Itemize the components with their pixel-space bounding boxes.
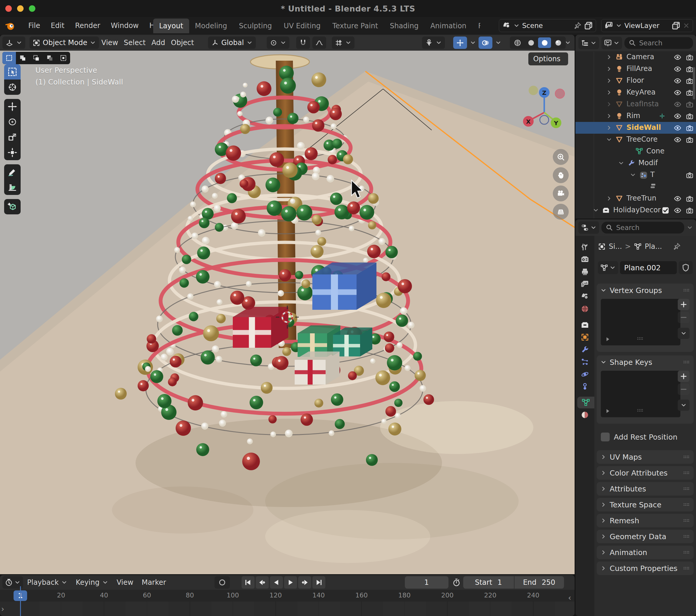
hide-viewport-eye-icon[interactable] xyxy=(674,124,682,132)
properties-tab-scene[interactable] xyxy=(575,291,594,303)
tool-move[interactable] xyxy=(4,99,21,114)
panel-geometry-data[interactable]: Geometry Data xyxy=(597,530,694,543)
proportional-falloff-button[interactable] xyxy=(312,36,326,49)
panel-grip-icon[interactable] xyxy=(682,358,690,366)
play-reverse-button[interactable] xyxy=(270,576,283,589)
properties-tab-modifiers[interactable] xyxy=(575,344,594,355)
hide-viewport-eye-icon[interactable] xyxy=(674,77,682,85)
properties-search-input[interactable]: Search xyxy=(601,222,684,233)
jump-to-start-button[interactable] xyxy=(242,576,255,589)
vertex-groups-list[interactable] xyxy=(601,299,680,345)
properties-tab-physics[interactable] xyxy=(575,368,594,380)
outliner-item-modstack[interactable] xyxy=(575,181,696,193)
outliner-item-fillarea[interactable]: FillArea xyxy=(575,63,696,75)
scene-selector[interactable]: Scene xyxy=(499,19,596,32)
shading-wireframe-button[interactable] xyxy=(511,37,524,48)
properties-tab-collection-props[interactable] xyxy=(575,319,594,331)
properties-tab-particles[interactable] xyxy=(575,356,594,368)
jump-to-end-button[interactable] xyxy=(312,576,325,589)
properties-tab-constraints[interactable] xyxy=(575,381,594,392)
properties-tab-world[interactable] xyxy=(575,303,594,315)
tool-cursor[interactable] xyxy=(4,80,21,95)
outliner-item-holidaydecor[interactable]: HolidayDecor xyxy=(575,204,696,216)
shape-key-specials-button[interactable] xyxy=(678,400,690,411)
shape-key-add-button[interactable] xyxy=(678,371,690,382)
pivot-point-button[interactable] xyxy=(267,36,289,49)
disable-render-camera-icon[interactable] xyxy=(686,124,694,132)
new-viewlayer-icon[interactable] xyxy=(671,21,680,30)
hide-viewport-eye-icon[interactable] xyxy=(674,112,682,120)
hide-viewport-eye-icon[interactable] xyxy=(674,100,682,108)
tool-transform[interactable] xyxy=(4,145,21,160)
hide-viewport-eye-icon[interactable] xyxy=(674,88,682,97)
panel-grip-icon[interactable] xyxy=(682,501,690,508)
panel-header[interactable]: Remesh xyxy=(597,514,694,528)
list-grip-icon[interactable] xyxy=(636,335,644,342)
disable-render-camera-icon[interactable] xyxy=(686,88,694,97)
vertex-group-remove-button[interactable] xyxy=(678,312,690,323)
viewport-camera-view-button[interactable] xyxy=(553,185,569,201)
chevron-down-icon[interactable] xyxy=(618,160,624,166)
viewport-menu-view[interactable]: View xyxy=(99,36,121,49)
outliner-item-rim[interactable]: Rim xyxy=(575,110,696,122)
new-scene-icon[interactable] xyxy=(584,21,593,30)
disable-render-camera-icon[interactable] xyxy=(686,136,694,144)
stopwatch-icon[interactable] xyxy=(452,578,461,587)
camera-excluded-icon[interactable] xyxy=(686,100,694,108)
workspace-tab-modeling[interactable]: Modeling xyxy=(189,19,233,33)
panel-grip-icon[interactable] xyxy=(682,517,690,524)
vertex-group-specials-button[interactable] xyxy=(678,328,690,339)
workspace-tab-sculpting[interactable]: Sculpting xyxy=(233,19,278,33)
panel-header[interactable]: Color Attributes xyxy=(597,466,694,480)
frame-start-field[interactable]: Start 1 xyxy=(463,576,514,589)
panel-color-attributes[interactable]: Color Attributes xyxy=(597,466,694,480)
outliner-item-label[interactable]: Modif xyxy=(638,159,658,167)
viewport-3d[interactable]: User Perspective (1) Collection | SideWa… xyxy=(0,51,574,574)
outliner-item-label[interactable]: Cone xyxy=(647,147,664,155)
tool-measure[interactable] xyxy=(4,180,21,195)
blender-logo-icon[interactable] xyxy=(5,20,16,32)
properties-tab-object-data[interactable] xyxy=(577,396,594,408)
play-button[interactable] xyxy=(284,576,297,589)
gizmo-dropdown[interactable] xyxy=(467,36,478,49)
panel-header[interactable]: Geometry Data xyxy=(597,530,694,543)
panel-grip-icon[interactable] xyxy=(682,549,690,556)
hide-viewport-eye-icon[interactable] xyxy=(674,207,682,214)
panel-animation[interactable]: Animation xyxy=(597,546,694,559)
auto-keying-button[interactable] xyxy=(215,576,230,589)
tool-select-box[interactable] xyxy=(4,64,21,80)
disable-render-camera-icon[interactable] xyxy=(686,207,694,214)
properties-tab-object[interactable] xyxy=(575,331,594,343)
outliner-item-candyca[interactable]: CandyCa xyxy=(575,216,696,218)
outliner-item-leafinsta[interactable]: LeafInsta xyxy=(575,98,696,110)
hide-viewport-eye-icon[interactable] xyxy=(674,65,682,73)
outliner-item-label[interactable]: HolidayDecor xyxy=(613,206,661,214)
fake-user-button[interactable] xyxy=(679,261,693,274)
timeline-ruler[interactable]: 204060801001201401601802002202401 xyxy=(0,590,574,602)
panel-grip-icon[interactable] xyxy=(682,453,690,461)
hide-viewport-eye-icon[interactable] xyxy=(674,195,682,202)
previous-keyframe-button[interactable] xyxy=(256,576,269,589)
chevron-right-icon[interactable] xyxy=(606,125,612,131)
hide-viewport-eye-icon[interactable] xyxy=(674,136,682,144)
workspace-tab-layout[interactable]: Layout xyxy=(153,19,189,33)
outliner-item-label[interactable]: Floor xyxy=(627,76,644,84)
object-visibility-button[interactable] xyxy=(422,36,445,49)
properties-tab-tool[interactable] xyxy=(575,241,594,253)
outliner-item-t[interactable]: T xyxy=(575,169,696,181)
timeline-keyframe-area[interactable] xyxy=(0,602,574,616)
shading-solid-button[interactable] xyxy=(524,37,537,48)
snap-settings-button[interactable] xyxy=(332,36,354,49)
chevron-down-icon[interactable] xyxy=(606,136,612,143)
outliner-item-label[interactable]: Rim xyxy=(627,112,640,120)
timeline-playhead[interactable] xyxy=(20,586,21,616)
overlays-dropdown[interactable] xyxy=(493,36,504,49)
shape-keys-list[interactable] xyxy=(601,371,680,417)
add-rest-position-checkbox[interactable] xyxy=(601,433,610,441)
outliner-item-keyarea[interactable]: KeyArea xyxy=(575,86,696,98)
panel-remesh[interactable]: Remesh xyxy=(597,514,694,528)
vertex-groups-panel-header[interactable]: Vertex Groups xyxy=(597,283,694,297)
remove-viewlayer-icon[interactable] xyxy=(683,22,690,29)
next-keyframe-button[interactable] xyxy=(298,576,311,589)
viewport-zoom-button[interactable] xyxy=(553,149,569,165)
